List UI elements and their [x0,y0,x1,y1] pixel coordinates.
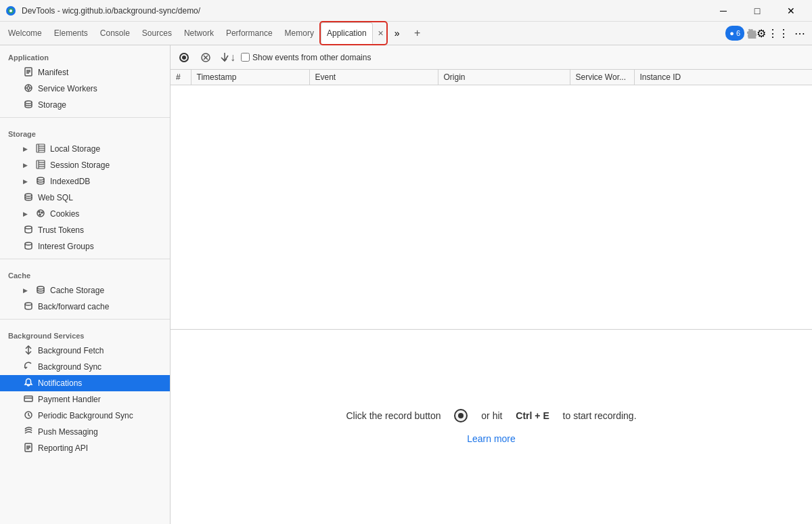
settings-button[interactable]: ⚙ [747,24,766,43]
sidebar-section-background-services: Background Services [0,324,170,343]
tab-elements[interactable]: Elements [49,22,93,44]
sidebar-item-background-fetch[interactable]: Background Fetch [0,343,170,359]
sidebar-item-reporting-api[interactable]: Reporting API [0,440,170,456]
tab-close-application[interactable]: ✕ [376,28,386,39]
sidebar-item-periodic-background-sync[interactable]: Periodic Background Sync [0,408,170,424]
maximize-button[interactable]: □ [742,0,773,22]
service-workers-label: Service Workers [38,84,97,93]
sidebar-item-interest-groups[interactable]: Interest Groups [0,238,170,255]
sidebar-item-cache-storage[interactable]: ▶ Cache Storage [0,282,170,299]
web-sql-label: Web SQL [38,193,73,202]
svg-point-23 [37,177,44,180]
tab-application[interactable]: Application [321,22,373,44]
issue-count: 6 [736,29,740,37]
sidebar-item-payment-handler[interactable]: Payment Handler [0,391,170,408]
svg-point-12 [25,101,32,104]
content-area: ↓ Show events from other domains # Times… [171,45,812,524]
sidebar-item-session-storage[interactable]: ▶ Session Storage [0,157,170,173]
record-button[interactable] [176,49,192,66]
sidebar: Application Manifest [0,45,171,524]
sidebar-section-application: Application [0,45,170,64]
manifest-label: Manifest [38,68,68,77]
sidebar-item-local-storage[interactable]: ▶ Local Storage [0,141,170,157]
customize-button[interactable]: ⋮⋮ [769,24,788,43]
issue-icon: ● [729,29,734,37]
background-sync-label: Background Sync [38,362,102,372]
svg-point-27 [41,212,43,213]
local-storage-label: Local Storage [50,144,100,154]
close-button[interactable]: ✕ [775,0,807,22]
sidebar-item-trust-tokens[interactable]: Trust Tokens [0,222,170,238]
events-table-container: # Timestamp Event Origin Service Wor... … [171,70,812,330]
clear-button[interactable] [198,49,214,66]
tab-bar: Welcome Elements Console Sources Network… [0,22,812,45]
backforward-cache-label: Back/forward cache [38,302,109,311]
expand-indexeddb: ▶ [23,178,31,185]
minimize-button[interactable]: ─ [708,0,739,22]
cookies-label: Cookies [50,209,79,219]
reporting-api-icon [23,443,34,454]
tab-sources[interactable]: Sources [137,22,177,44]
sidebar-section-storage: Storage [0,122,170,141]
interest-groups-label: Interest Groups [38,242,94,251]
tab-performance[interactable]: Performance [221,22,278,44]
sidebar-item-notifications[interactable]: Notifications [0,375,170,391]
sidebar-item-backforward-cache[interactable]: Back/forward cache [0,299,170,315]
backforward-cache-icon [23,301,34,313]
svg-point-24 [25,194,32,196]
show-events-checkbox[interactable] [241,53,250,62]
svg-point-30 [25,242,32,245]
periodic-background-sync-label: Periodic Background Sync [38,411,133,420]
sidebar-item-push-messaging[interactable]: Push Messaging [0,424,170,440]
indexeddb-icon [35,176,46,188]
tab-memory[interactable]: Memory [279,22,319,44]
titlebar: DevTools - wicg.github.io/background-syn… [0,0,812,22]
record-button-inline-demo [454,409,468,422]
col-header-service-worker: Service Wor... [570,70,634,85]
record-btn-inline-inner [458,413,464,418]
sidebar-item-web-sql[interactable]: Web SQL [0,190,170,206]
divider-1 [0,117,170,118]
col-header-instance-id: Instance ID [634,70,812,85]
toolbar-right: ● 6 ⚙ ⋮⋮ ⋯ [725,24,809,43]
payment-handler-icon [23,394,34,406]
sidebar-item-background-sync[interactable]: Background Sync [0,359,170,375]
learn-more-link[interactable]: Learn more [467,433,516,444]
storage-icon [23,100,34,111]
table-body [171,85,812,329]
divider-2 [0,259,170,259]
col-header-origin: Origin [438,70,570,85]
sidebar-item-indexeddb[interactable]: ▶ IndexedDB [0,173,170,190]
svg-point-26 [39,211,40,213]
sidebar-item-manifest[interactable]: Manifest [0,64,170,81]
empty-table-row [171,85,812,329]
show-events-checkbox-label[interactable]: Show events from other domains [241,53,371,62]
message-after: or hit [481,410,502,421]
sidebar-item-storage[interactable]: Storage [0,97,170,113]
trust-tokens-label: Trust Tokens [38,225,84,235]
tab-overflow-button[interactable]: » [388,24,407,43]
table-header-row: # Timestamp Event Origin Service Wor... … [171,70,812,85]
divider-3 [0,319,170,320]
main-layout: Application Manifest [0,45,812,524]
tab-welcome[interactable]: Welcome [3,22,47,44]
session-storage-icon [35,160,46,171]
sidebar-item-service-workers[interactable]: Service Workers [0,81,170,97]
tab-console[interactable]: Console [95,22,135,44]
push-messaging-icon [23,427,34,438]
notifications-label: Notifications [38,378,82,388]
record-circle-inner [182,56,186,60]
new-tab-button[interactable]: + [408,24,427,43]
interest-groups-icon [23,241,34,253]
svg-point-29 [25,226,32,229]
reporting-api-label: Reporting API [38,443,88,453]
background-fetch-label: Background Fetch [38,346,104,355]
issue-counter[interactable]: ● 6 [725,26,744,41]
tab-network[interactable]: Network [179,22,219,44]
sidebar-item-cookies[interactable]: ▶ Cookies [0,206,170,222]
tab-application-wrapper: Application ✕ [321,22,386,44]
cookies-icon [35,209,46,220]
expand-cache-storage: ▶ [23,287,31,294]
save-button[interactable]: ↓ [219,49,235,66]
more-options-button[interactable]: ⋯ [790,24,809,43]
